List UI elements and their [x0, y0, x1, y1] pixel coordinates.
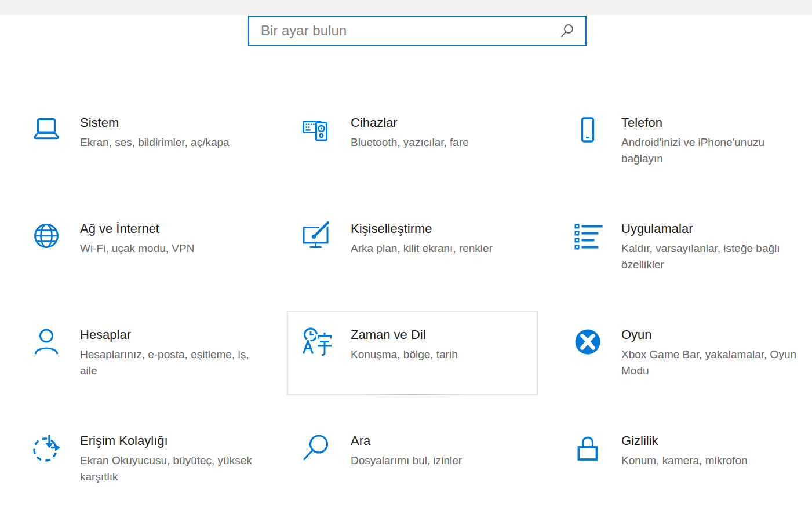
tile-subtitle: Dosyalarımı bul, izinler — [351, 453, 531, 469]
tile-title: Gizlilik — [621, 432, 802, 449]
devices-icon — [301, 114, 333, 146]
person-icon — [30, 326, 63, 358]
search-input[interactable] — [249, 17, 559, 45]
title-bar-strip — [0, 0, 812, 15]
tile-network[interactable]: Ağ ve İnternet Wi-Fi, uçak modu, VPN — [16, 205, 267, 289]
search-icon — [559, 23, 575, 39]
tile-title: Kişiselleştirme — [351, 220, 531, 237]
tile-subtitle: Bluetooth, yazıcılar, fare — [351, 134, 531, 151]
phone-icon — [571, 114, 604, 146]
settings-search-box[interactable] — [248, 16, 587, 46]
tile-title: Sistem — [80, 114, 260, 131]
tile-subtitle: Xbox Game Bar, yakalamalar, Oyun Modu — [621, 346, 802, 379]
tile-gaming[interactable]: Oyun Xbox Game Bar, yakalamalar, Oyun Mo… — [558, 311, 809, 395]
apps-list-icon — [571, 220, 604, 252]
tile-personalization[interactable]: Kişiselleştirme Arka plan, kilit ekranı,… — [287, 205, 538, 289]
tile-subtitle: Arka plan, kilit ekranı, renkler — [351, 240, 531, 257]
ease-of-access-icon — [30, 432, 63, 464]
tile-accounts[interactable]: Hesaplar Hesaplarınız, e-posta, eşitleme… — [16, 311, 267, 395]
tile-title: Hesaplar — [80, 326, 260, 343]
tile-phone[interactable]: Telefon Android'inizi ve iPhone'unuzu ba… — [558, 99, 809, 183]
tile-title: Ara — [351, 432, 531, 449]
tile-subtitle: Wi-Fi, uçak modu, VPN — [80, 240, 260, 257]
tile-subtitle: Ekran Okuyucusu, büyüteç, yüksek karşıtl… — [80, 453, 260, 485]
tile-title: Uygulamalar — [621, 220, 802, 237]
tile-apps[interactable]: Uygulamalar Kaldır, varsayılanlar, isteğ… — [558, 205, 809, 289]
xbox-icon — [571, 326, 604, 358]
personalization-icon — [301, 220, 333, 252]
tile-subtitle: Konum, kamera, mikrofon — [621, 453, 802, 469]
tile-subtitle: Android'inizi ve iPhone'unuzu bağlayın — [621, 134, 802, 167]
time-language-icon — [301, 326, 333, 358]
tile-privacy[interactable]: Gizlilik Konum, kamera, mikrofon — [558, 417, 809, 501]
magnifier-icon — [301, 432, 333, 464]
tile-subtitle: Kaldır, varsayılanlar, isteğe bağlı özel… — [621, 240, 802, 273]
tile-subtitle: Konuşma, bölge, tarih — [351, 346, 531, 363]
tile-time-language[interactable]: Zaman ve Dil Konuşma, bölge, tarih — [287, 311, 538, 395]
tile-subtitle: Ekran, ses, bildirimler, aç/kapa — [80, 134, 260, 151]
tile-devices[interactable]: Cihazlar Bluetooth, yazıcılar, fare — [287, 99, 538, 183]
tile-ease-of-access[interactable]: Erişim Kolaylığı Ekran Okuyucusu, büyüte… — [16, 417, 267, 501]
tile-title: Erişim Kolaylığı — [80, 432, 260, 449]
tile-title: Ağ ve İnternet — [80, 220, 260, 237]
tile-system[interactable]: Sistem Ekran, ses, bildirimler, aç/kapa — [16, 99, 267, 183]
tile-title: Zaman ve Dil — [351, 326, 531, 343]
globe-icon — [30, 220, 63, 252]
tile-title: Cihazlar — [351, 114, 531, 131]
lock-icon — [571, 432, 604, 464]
settings-category-grid: Sistem Ekran, ses, bildirimler, aç/kapa — [16, 99, 809, 501]
tile-search[interactable]: Ara Dosyalarımı bul, izinler — [287, 417, 538, 501]
tile-title: Telefon — [621, 114, 802, 131]
tile-title: Oyun — [621, 326, 802, 343]
tile-subtitle: Hesaplarınız, e-posta, eşitleme, iş, ail… — [80, 346, 260, 379]
laptop-icon — [30, 114, 63, 146]
